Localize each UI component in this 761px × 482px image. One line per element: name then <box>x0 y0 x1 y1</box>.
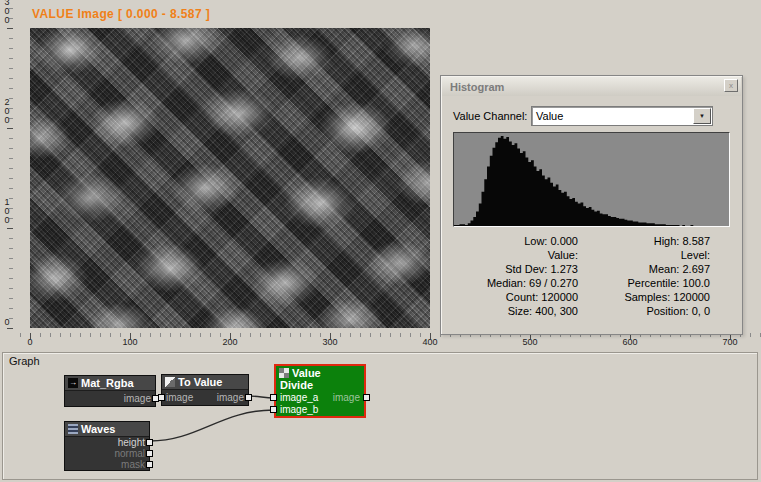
channel-row: Value Channel: Value ▼ <box>453 106 730 126</box>
output-port-height[interactable] <box>146 439 153 446</box>
close-button[interactable]: x <box>724 79 738 92</box>
ruler-label: 300 <box>322 337 337 347</box>
port-label-image-b: image_b <box>280 404 318 416</box>
stat-position: Position: 0, 0 <box>585 304 710 318</box>
ruler-label: 0 <box>2 317 12 326</box>
port-label-normal: normal <box>114 448 145 459</box>
value-channel-select[interactable]: Value ▼ <box>531 106 713 126</box>
output-port-mask[interactable] <box>146 461 153 468</box>
node-title: To Value <box>178 376 222 388</box>
node-header: Waves <box>65 422 149 437</box>
ruler-tick <box>7 28 13 29</box>
ruler-tick <box>7 228 13 229</box>
ruler-label: 200 <box>222 337 237 347</box>
wire-waves-divide <box>150 410 274 441</box>
node-header: → Mat_Rgba <box>65 376 155 391</box>
stat-samples: Samples: 120000 <box>585 290 710 304</box>
port-label-height: height <box>118 437 145 448</box>
dropdown-arrow-icon[interactable]: ▼ <box>693 108 711 124</box>
ruler-label: 500 <box>522 337 537 347</box>
ruler-label: 700 <box>722 337 737 347</box>
stats-right-column: High: 8.587 Level: Mean: 2.697 Percentil… <box>585 234 710 318</box>
ruler-tick <box>7 128 13 129</box>
stat-low: Low: 0.000 <box>453 234 578 248</box>
node-mat-rgba[interactable]: → Mat_Rgba image <box>64 375 156 407</box>
waves-icon <box>68 424 78 434</box>
ruler-label: 100 <box>2 197 12 224</box>
value-category-icon <box>279 368 289 378</box>
ruler-corner <box>0 333 13 347</box>
ruler-label: 200 <box>2 97 12 124</box>
histogram-titlebar[interactable]: Histogram <box>442 77 741 96</box>
stat-count: Count: 120000 <box>453 290 578 304</box>
ruler-label: 100 <box>122 337 137 347</box>
app-window: 3002001000 0100200300400500600700 VALUE … <box>0 0 761 482</box>
value-image-canvas[interactable] <box>30 28 430 328</box>
port-row: height <box>65 437 149 448</box>
port-label-mask: mask <box>121 459 145 470</box>
value-channel-label: Value Channel: <box>453 110 527 122</box>
stat-mean: Mean: 2.697 <box>585 262 710 276</box>
histogram-shape <box>454 136 729 226</box>
output-port-image[interactable] <box>363 394 370 401</box>
histogram-chart <box>454 133 729 226</box>
stat-median: Median: 69 / 0.270 <box>453 276 578 290</box>
stat-size: Size: 400, 300 <box>453 304 578 318</box>
viewer-title: VALUE Image [ 0.000 - 8.587 ] <box>32 7 210 21</box>
ruler-tick <box>7 328 13 329</box>
value-channel-value: Value <box>536 110 563 122</box>
mat-rgba-icon: → <box>68 378 78 388</box>
node-title: Divide <box>276 379 364 392</box>
input-port-image-a[interactable] <box>270 394 277 401</box>
histogram-title: Histogram <box>450 81 504 93</box>
port-label-image-out: image <box>124 393 151 404</box>
stat-high: High: 8.587 <box>585 234 710 248</box>
ruler-label: 0 <box>27 337 32 347</box>
to-value-icon <box>165 377 175 387</box>
node-category: Value <box>292 367 321 379</box>
input-port-image-b[interactable] <box>270 406 277 413</box>
histogram-plot <box>453 132 730 227</box>
node-header: To Value <box>162 375 248 390</box>
horizontal-ruler: 0100200300400500600700 <box>0 333 761 347</box>
ruler-label: 400 <box>422 337 437 347</box>
port-row: mask <box>65 459 149 470</box>
vertical-ruler: 3002001000 <box>0 0 13 333</box>
port-row: image <box>65 391 155 406</box>
output-port-normal[interactable] <box>146 450 153 457</box>
node-title: Waves <box>81 423 115 435</box>
node-title: Mat_Rgba <box>81 377 134 389</box>
graph-panel-title: Graph <box>9 355 40 367</box>
output-port-image[interactable] <box>245 394 252 401</box>
stat-level: Level: <box>585 248 710 262</box>
graph-panel: Graph → Mat_Rgba image To Value im <box>2 352 758 480</box>
stat-percentile: Percentile: 100.0 <box>585 276 710 290</box>
port-label-image-out: image <box>333 392 360 404</box>
node-waves[interactable]: Waves height normal mask <box>64 421 150 471</box>
histogram-panel: Histogram x Value Channel: Value ▼ Low: … <box>440 75 743 335</box>
port-row: image_b <box>276 404 364 416</box>
ruler-label: 300 <box>2 0 12 24</box>
port-row: normal <box>65 448 149 459</box>
port-label-image-in: image <box>166 390 193 405</box>
port-row: image image <box>162 390 248 405</box>
port-label-image-out: image <box>217 390 244 405</box>
node-header: Value <box>276 366 364 379</box>
port-row: image_a image <box>276 392 364 404</box>
node-to-value[interactable]: To Value image image <box>161 374 249 406</box>
node-divide[interactable]: Value Divide image_a image image_b <box>274 364 366 418</box>
stats-left-column: Low: 0.000 Value: Std Dev: 1.273 Median:… <box>453 234 578 318</box>
stat-value: Value: <box>453 248 578 262</box>
ruler-label: 600 <box>622 337 637 347</box>
input-port-image[interactable] <box>158 394 165 401</box>
port-label-image-a: image_a <box>280 392 318 404</box>
histogram-stats: Low: 0.000 Value: Std Dev: 1.273 Median:… <box>453 234 723 322</box>
stat-stddev: Std Dev: 1.273 <box>453 262 578 276</box>
